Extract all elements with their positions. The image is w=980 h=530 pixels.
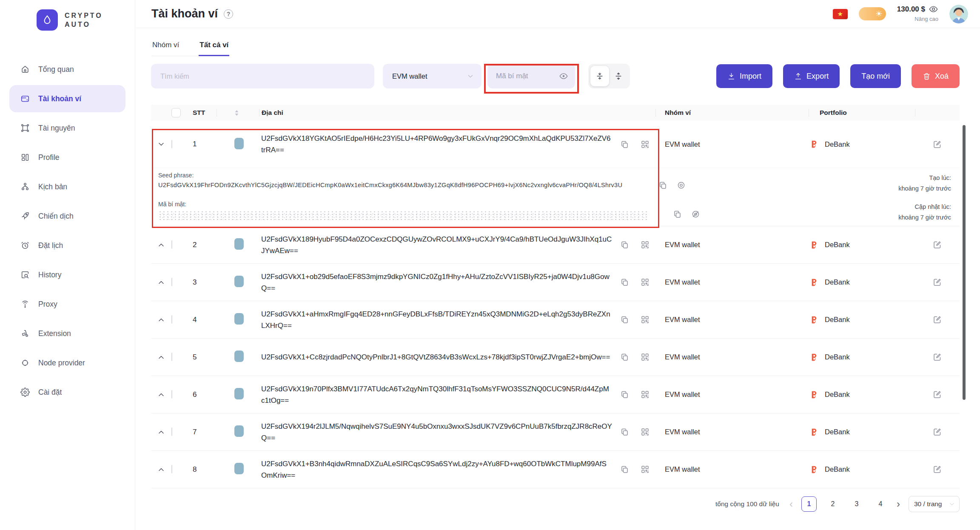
portfolio-cell[interactable]: DeBank (809, 278, 915, 287)
chevron-up-icon (157, 390, 165, 399)
search-input[interactable] (151, 64, 374, 88)
import-button[interactable]: Import (716, 64, 772, 88)
sidebar-item-node-provider[interactable]: Node provider (9, 349, 125, 376)
portfolio-cell[interactable]: DeBank (809, 465, 915, 474)
row-checkbox[interactable] (171, 390, 172, 399)
sidebar-item-chien-dich[interactable]: Chiến dịch (9, 202, 125, 230)
row-expander[interactable] (151, 241, 171, 249)
wallet-group-value: EVM wallet (392, 72, 427, 80)
sidebar-item-cai-dat[interactable]: Cài đặt (9, 379, 125, 406)
wallet-address: U2FsdGVkX189HyubF95D4a0ZOCexzCDQGUywZOvR… (259, 228, 615, 262)
row-expander[interactable] (151, 428, 171, 436)
page-3-button[interactable]: 3 (849, 496, 864, 512)
edit-button[interactable] (933, 353, 942, 362)
portfolio-cell[interactable]: DeBank (809, 353, 915, 362)
edit-button[interactable] (933, 140, 942, 149)
debank-icon (810, 140, 820, 149)
edit-button[interactable] (933, 240, 942, 249)
upgrade-label[interactable]: Nâng cao (897, 15, 938, 23)
vertical-scrollbar[interactable] (963, 125, 966, 400)
sidebar-item-dat-lich[interactable]: Đặt lịch (9, 232, 125, 259)
sort-icon[interactable] (217, 105, 259, 121)
page-size-select[interactable]: 30 / trang (909, 496, 960, 512)
row-checkbox[interactable] (171, 240, 172, 249)
copy-address-button[interactable] (615, 390, 634, 399)
sidebar-item-proxy[interactable]: Proxy (9, 291, 125, 318)
theme-toggle[interactable]: ☀ (859, 7, 886, 20)
sidebar-item-tai-nguyen[interactable]: Tài nguyên (9, 114, 125, 142)
secret-code-input[interactable]: Mã bí mật (487, 64, 575, 88)
row-expander[interactable] (151, 390, 171, 399)
select-all-checkbox[interactable] (171, 108, 181, 117)
expand-rows-button[interactable] (609, 66, 628, 86)
edit-button[interactable] (933, 278, 942, 287)
copy-address-button[interactable] (615, 278, 634, 287)
portfolio-cell[interactable]: DeBank (809, 240, 915, 250)
copy-secret-button[interactable] (673, 210, 682, 219)
sidebar-item-tai-khoan-vi[interactable]: Tài khoản ví (9, 85, 125, 112)
tab-tat-ca-vi[interactable]: Tất cả ví (199, 38, 229, 56)
row-checkbox[interactable] (171, 465, 172, 473)
portfolio-cell[interactable]: DeBank (809, 390, 915, 399)
qr-code-button[interactable] (634, 315, 655, 324)
portfolio-cell[interactable]: DeBank (809, 140, 915, 149)
color-swatch (234, 425, 244, 437)
qr-code-button[interactable] (634, 465, 655, 474)
sidebar-item-extension[interactable]: Extension (9, 320, 125, 347)
vietnam-flag-icon[interactable]: ★ (833, 9, 848, 19)
wallet-group-select[interactable]: EVM wallet (383, 64, 481, 88)
tab-nhom-vi[interactable]: Nhóm ví (151, 38, 180, 56)
upload-icon (794, 72, 802, 80)
qr-code-button[interactable] (634, 390, 655, 399)
page-4-button[interactable]: 4 (873, 496, 888, 512)
collapse-vertical-icon (595, 72, 604, 80)
hide-secret-button[interactable] (691, 210, 700, 219)
next-page-icon[interactable]: › (897, 500, 900, 508)
edit-button[interactable] (933, 465, 942, 474)
qr-code-button[interactable] (634, 427, 655, 436)
reveal-seed-button[interactable] (677, 181, 686, 190)
qr-code-button[interactable] (634, 353, 655, 362)
prev-page-icon[interactable]: ‹ (789, 500, 793, 508)
qr-code-button[interactable] (634, 240, 655, 249)
copy-address-button[interactable] (615, 427, 634, 436)
row-index: 7 (188, 428, 217, 436)
eye-icon[interactable] (929, 4, 938, 14)
create-new-button[interactable]: Tạo mới (850, 64, 901, 88)
qr-code-button[interactable] (634, 278, 655, 287)
row-checkbox[interactable] (171, 140, 172, 148)
row-expander[interactable] (151, 353, 171, 362)
user-avatar[interactable] (949, 5, 968, 23)
copy-address-button[interactable] (615, 140, 634, 149)
qr-code-button[interactable] (634, 140, 655, 149)
row-checkbox[interactable] (171, 278, 172, 286)
eye-icon[interactable] (559, 71, 568, 81)
copy-seed-button[interactable] (658, 181, 667, 190)
row-expander[interactable] (151, 278, 171, 287)
page-1-button[interactable]: 1 (801, 496, 817, 512)
row-expander[interactable] (151, 140, 171, 148)
sidebar-item-tong-quan[interactable]: Tổng quan (9, 56, 125, 83)
copy-address-button[interactable] (615, 315, 634, 324)
sidebar-item-history[interactable]: History (9, 261, 125, 288)
row-checkbox[interactable] (171, 427, 172, 436)
edit-button[interactable] (933, 390, 942, 399)
portfolio-cell[interactable]: DeBank (809, 315, 915, 325)
collapse-rows-button[interactable] (590, 66, 609, 86)
help-icon[interactable]: ? (224, 9, 233, 19)
sidebar-item-kich-ban[interactable]: Kịch bản (9, 173, 125, 200)
row-expander[interactable] (151, 465, 171, 474)
delete-button[interactable]: Xoá (912, 64, 960, 88)
row-expander[interactable] (151, 316, 171, 324)
copy-address-button[interactable] (615, 240, 634, 249)
export-button[interactable]: Export (783, 64, 840, 88)
row-checkbox[interactable] (171, 315, 172, 324)
page-2-button[interactable]: 2 (825, 496, 840, 512)
row-checkbox[interactable] (171, 353, 172, 361)
copy-address-button[interactable] (615, 353, 634, 362)
edit-button[interactable] (933, 427, 942, 436)
edit-button[interactable] (933, 315, 942, 324)
sidebar-item-profile[interactable]: Profile (9, 144, 125, 171)
copy-address-button[interactable] (615, 465, 634, 474)
portfolio-cell[interactable]: DeBank (809, 427, 915, 437)
